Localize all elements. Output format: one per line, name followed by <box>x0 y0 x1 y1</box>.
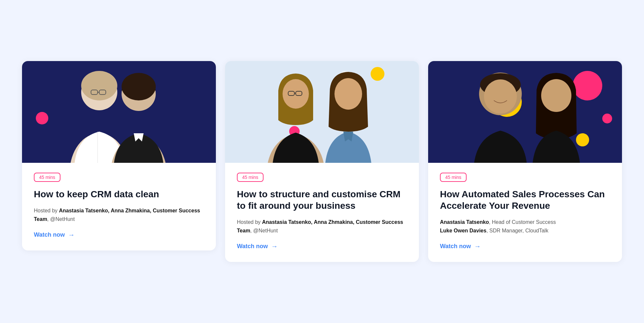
card-2-host-prefix: Hosted by <box>237 219 262 225</box>
card-2-body: 45 mins How to structure and customise C… <box>225 163 419 262</box>
card-3-watch-now[interactable]: Watch now → <box>440 243 610 250</box>
card-3-host-name-1: Anastasia Tatsenko <box>440 219 489 225</box>
card-1-arrow-icon: → <box>68 231 75 239</box>
card-3-people-illustration <box>428 61 622 163</box>
card-1-host-prefix: Hosted by <box>34 208 59 213</box>
card-2: 45 mins How to structure and customise C… <box>225 61 419 262</box>
card-1-watch-label: Watch now <box>34 231 65 238</box>
svg-point-2 <box>81 71 117 100</box>
card-1-host: Hosted by Anastasia Tatsenko, Anna Zhmak… <box>34 206 204 223</box>
card-1-people-illustration <box>22 61 216 163</box>
svg-point-16 <box>334 78 362 110</box>
card-1: 45 mins How to keep CRM data clean Hoste… <box>22 61 216 250</box>
card-2-host-suffix: , @NetHunt <box>250 228 278 233</box>
svg-point-21 <box>541 79 571 112</box>
card-1-image <box>22 61 216 163</box>
card-1-host-suffix: , @NetHunt <box>47 216 75 222</box>
card-2-arrow-icon: → <box>271 243 278 250</box>
card-2-title: How to structure and customise CRM to fi… <box>237 188 407 211</box>
card-2-watch-label: Watch now <box>237 243 268 250</box>
card-1-watch-now[interactable]: Watch now → <box>34 231 204 239</box>
card-3-duration: 45 mins <box>440 173 467 182</box>
card-2-duration: 45 mins <box>237 173 264 182</box>
card-2-host: Hosted by Anastasia Tatsenko, Anna Zhmak… <box>237 218 407 235</box>
card-2-watch-now[interactable]: Watch now → <box>237 243 407 250</box>
card-3-host-suffix-2: , SDR Manager, CloudTalk <box>486 228 548 233</box>
card-3-host: Anastasia Tatsenko, Head of Customer Suc… <box>440 218 610 235</box>
card-1-body: 45 mins How to keep CRM data clean Hoste… <box>22 163 216 250</box>
cards-container: 45 mins How to keep CRM data clean Hoste… <box>10 61 634 262</box>
card-3-host-suffix-1: , Head of Customer Success <box>489 219 556 225</box>
card-3: 45 mins How Automated Sales Processes Ca… <box>428 61 622 262</box>
card-2-image <box>225 61 419 163</box>
card-3-arrow-icon: → <box>474 243 481 250</box>
card-3-watch-label: Watch now <box>440 243 471 250</box>
card-1-title: How to keep CRM data clean <box>34 188 204 200</box>
card-3-host-name-2: Luke Owen Davies <box>440 228 486 233</box>
card-3-image <box>428 61 622 163</box>
card-2-people-illustration <box>225 61 419 163</box>
card-3-body: 45 mins How Automated Sales Processes Ca… <box>428 163 622 262</box>
card-1-duration: 45 mins <box>34 173 60 182</box>
svg-point-19 <box>484 79 517 114</box>
card-3-title: How Automated Sales Processes Can Accele… <box>440 188 610 211</box>
